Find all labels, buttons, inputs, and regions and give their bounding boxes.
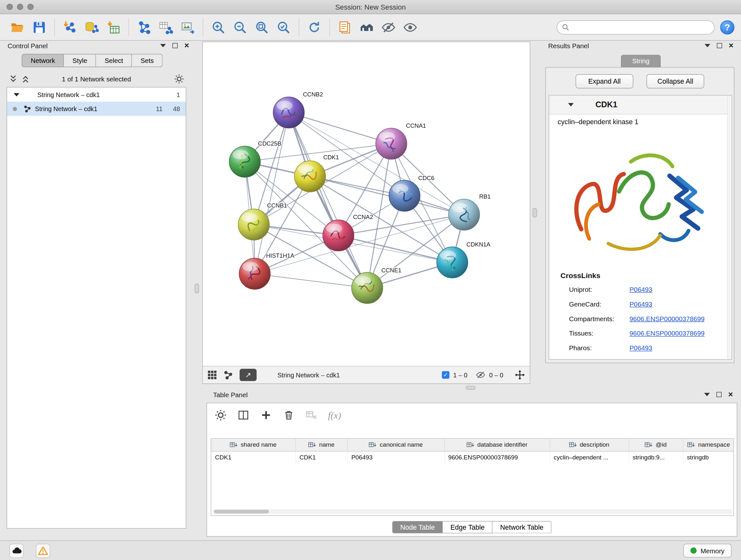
maximize-panel-icon[interactable] — [173, 43, 178, 48]
network-edge[interactable] — [255, 214, 464, 273]
column-header-database-identifier[interactable]: database identifier — [444, 439, 549, 451]
left-splitter-handle[interactable] — [195, 284, 199, 294]
text-report-button[interactable] — [334, 16, 356, 38]
column-header-id[interactable]: @id — [629, 439, 683, 451]
help-button[interactable]: ? — [720, 20, 734, 34]
close-window-button[interactable] — [7, 4, 13, 10]
tab-edge-table[interactable]: Edge Table — [443, 521, 493, 534]
cell-canonical-name[interactable]: P06493 — [347, 451, 444, 463]
show-columns-icon[interactable] — [237, 409, 250, 422]
export-image-button[interactable] — [177, 16, 199, 38]
crosslink-pharos-link[interactable]: P06493 — [630, 344, 652, 352]
tab-network-table[interactable]: Network Table — [493, 521, 552, 534]
import-table-button[interactable] — [103, 16, 124, 38]
scrollbar-thumb[interactable] — [214, 509, 269, 513]
crosslink-compartments-link[interactable]: 9606.ENSP00000378699 — [630, 315, 704, 322]
cell-namespace[interactable]: stringdb — [683, 451, 734, 463]
network-node-ccnb1[interactable]: CCNB1 — [238, 202, 287, 240]
share-network-icon[interactable] — [223, 370, 233, 380]
network-node-ccna1[interactable]: CCNA1 — [376, 122, 426, 159]
hide-graphics-details-button[interactable] — [378, 16, 399, 38]
import-network-file-button[interactable] — [59, 16, 81, 38]
show-graphics-details-button[interactable] — [399, 16, 421, 38]
tab-string[interactable]: String — [621, 55, 661, 67]
close-panel-icon[interactable]: × — [185, 42, 189, 50]
collapse-all-button[interactable]: Collapse All — [647, 74, 704, 88]
column-header-name[interactable]: name — [295, 439, 347, 451]
horizontal-scrollbar[interactable] — [212, 509, 732, 514]
close-panel-icon[interactable]: × — [728, 390, 733, 398]
minimize-window-button[interactable] — [17, 4, 23, 10]
cell-description[interactable]: cyclin–dependent ... — [549, 451, 628, 463]
section-caret-icon[interactable] — [568, 103, 574, 106]
cloud-status-button[interactable] — [10, 544, 23, 558]
column-header-description[interactable]: description — [549, 439, 628, 451]
save-session-button[interactable] — [28, 16, 50, 38]
column-header-shared-name[interactable]: shared name — [211, 439, 295, 451]
cell-name[interactable]: CDK1 — [295, 451, 347, 463]
refresh-view-button[interactable] — [304, 16, 325, 38]
selected-checkbox-icon[interactable]: ✓ — [442, 371, 450, 379]
float-panel-icon[interactable] — [704, 393, 710, 396]
network-node-cdkn1a[interactable]: CDKN1A — [436, 241, 490, 278]
network-edge[interactable] — [289, 112, 391, 144]
cell-id[interactable]: stringdb:9... — [629, 451, 683, 463]
import-network-database-button[interactable] — [81, 16, 103, 38]
warnings-button[interactable] — [36, 544, 50, 558]
search-field[interactable] — [556, 20, 715, 34]
birdseye-grid-icon[interactable] — [207, 370, 217, 380]
results-scrollbar[interactable] — [727, 96, 731, 359]
network-node-ccnb2[interactable]: CCNB2 — [273, 91, 323, 128]
zoom-out-button[interactable] — [229, 16, 251, 38]
zoom-fit-button[interactable] — [251, 16, 273, 38]
network-node-cdc25b[interactable]: CDC25B — [229, 140, 281, 177]
network-node-cdk1[interactable]: CDK1 — [294, 154, 339, 192]
maximize-panel-icon[interactable] — [717, 392, 722, 397]
tree-caret-icon[interactable] — [14, 93, 19, 96]
float-panel-icon[interactable] — [704, 44, 711, 47]
delete-column-trash-icon[interactable] — [283, 409, 295, 422]
zoom-in-button[interactable] — [207, 16, 229, 38]
cell-database-identifier[interactable]: 9606.ENSP00000378699 — [444, 451, 549, 463]
network-from-table-button[interactable] — [155, 16, 177, 38]
network-edge[interactable] — [255, 273, 367, 288]
right-splitter-handle[interactable] — [533, 208, 537, 218]
tab-style[interactable]: Style — [64, 54, 96, 67]
column-header-namespace[interactable]: namespace — [683, 439, 734, 451]
network-node-rb1[interactable]: RB1 — [448, 193, 490, 230]
pan-crosshair-icon[interactable] — [515, 370, 525, 380]
network-row[interactable]: String Network – cdk1 11 48 — [7, 102, 186, 116]
network-overview-button[interactable] — [356, 16, 378, 38]
float-panel-icon[interactable] — [160, 44, 166, 47]
hidden-eye-slash-icon[interactable] — [476, 370, 485, 380]
expand-all-button[interactable]: Expand All — [576, 74, 633, 88]
gene-section-header[interactable]: CDK1 — [549, 96, 732, 114]
close-panel-icon[interactable]: × — [729, 42, 734, 50]
table-row[interactable]: CDK1 CDK1 P06493 9606.ENSP00000378699 cy… — [211, 451, 734, 463]
table-settings-gear-icon[interactable] — [214, 409, 227, 422]
add-column-plus-icon[interactable] — [260, 409, 272, 422]
network-edge[interactable] — [289, 112, 367, 288]
crosslink-tissues-link[interactable]: 9606.ENSP00000378699 — [630, 329, 704, 337]
network-collection-row[interactable]: String Network – cdk1 1 — [7, 87, 186, 102]
tab-network[interactable]: Network — [22, 54, 64, 67]
crosslink-uniprot-link[interactable]: P06493 — [630, 286, 652, 293]
network-edge[interactable] — [255, 112, 289, 273]
delete-table-icon[interactable] — [306, 409, 318, 422]
tab-select[interactable]: Select — [96, 54, 132, 67]
function-builder-icon[interactable]: f(x) — [328, 410, 341, 421]
crosslink-genecard-link[interactable]: P06493 — [630, 300, 652, 308]
zoom-selected-button[interactable] — [273, 16, 294, 38]
maximize-panel-icon[interactable] — [717, 43, 722, 48]
new-network-button[interactable] — [133, 16, 155, 38]
column-header-canonical-name[interactable]: canonical name — [347, 439, 444, 451]
tab-node-table[interactable]: Node Table — [392, 521, 443, 534]
search-input[interactable] — [572, 23, 709, 31]
zoom-window-button[interactable] — [27, 4, 33, 10]
memory-button[interactable]: Memory — [684, 544, 731, 557]
cell-shared-name[interactable]: CDK1 — [211, 451, 295, 463]
network-edge[interactable] — [310, 176, 464, 214]
bottom-splitter-handle[interactable] — [466, 386, 475, 389]
tab-sets[interactable]: Sets — [132, 54, 163, 67]
open-in-window-button[interactable]: ↗ — [240, 369, 257, 381]
